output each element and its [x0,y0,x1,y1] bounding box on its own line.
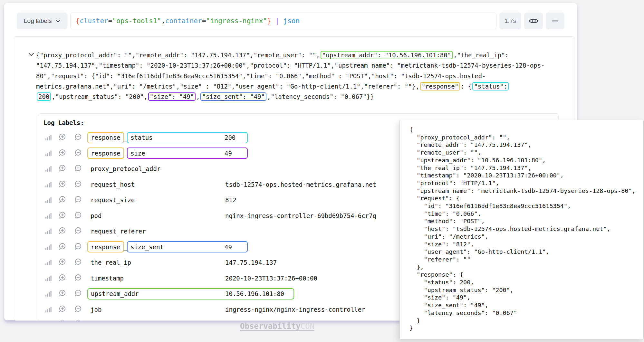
filter-for-value-icon[interactable] [58,289,67,298]
log-label-actions [38,258,91,267]
log-label-value: ingress-nginx/nginx-ingress-controller [225,306,365,313]
query-input[interactable]: {cluster="ops-tools1",container="ingress… [70,13,496,29]
filter-out-value-icon[interactable] [74,180,83,189]
highlight-box-orange: "response" [420,82,460,90]
highlight-box-blue: size_sent49 [127,241,248,252]
log-labels-dropdown[interactable]: Log labels [17,13,67,29]
log-label-actions [38,211,91,220]
log-label-value: 10.56.196.101:80 [225,290,284,297]
highlight-box-orange: response [87,241,124,252]
log-label-value: nginx-ingress-controller-69bd69b754-6cr7… [225,212,376,219]
json-overlay-panel: { "proxy_protocol_addr": "", "remote_add… [399,120,644,339]
highlight-box-green: "upstream_addr": "10.56.196.101:80" [321,51,453,59]
query-token: json [279,17,300,25]
filter-for-value-icon[interactable] [58,149,67,158]
stats-bar-chart-icon[interactable] [45,135,52,140]
query-row: Log labels {cluster="ops-tools1",contain… [17,13,564,29]
query-token [271,17,275,25]
log-label-actions [38,180,91,189]
stats-bar-chart-icon[interactable] [45,166,52,172]
log-label-actions [38,195,91,204]
filter-out-value-icon[interactable] [74,149,83,158]
watermark-part2: CON [301,322,314,331]
log-row-expand-chevron-icon[interactable] [28,52,34,58]
filter-out-value-icon[interactable] [74,319,83,321]
stats-bar-chart-icon[interactable] [45,150,52,156]
highlight-box-cyan: status200 [127,132,248,143]
filter-for-value-icon[interactable] [58,242,67,252]
stats-bar-chart-icon[interactable] [45,307,52,312]
remove-query-button[interactable] [546,13,564,29]
log-label-name: status [130,134,153,141]
log-label-actions [38,289,91,298]
chevron-down-icon [56,20,60,23]
filter-out-value-icon[interactable] [74,164,83,173]
log-line-text: {"proxy_protocol_addr": "","remote_addr"… [36,50,552,102]
highlight-box-purple: size49 [127,147,248,159]
log-label-actions [38,133,91,142]
log-label-value: 49 [225,150,232,157]
json-panel-text: { "proxy_protocol_addr": "", "remote_add… [409,126,636,332]
filter-for-value-icon[interactable] [58,133,67,142]
stats-bar-chart-icon[interactable] [45,260,52,265]
filter-for-value-icon[interactable] [58,319,67,321]
filter-out-value-icon[interactable] [74,133,83,142]
log-labels-dropdown-label: Log labels [24,17,52,24]
filter-for-value-icon[interactable] [58,274,67,283]
log-label-name: size [130,150,145,157]
highlight-box-blue: "size_sent": "49" [200,92,266,101]
eye-icon [529,17,539,25]
highlight-box-orange: response [87,147,124,159]
stats-bar-chart-icon[interactable] [45,275,52,281]
log-segment: ,"latency_seconds": "0.067"}} [267,93,374,100]
watermark-part1: Observability [240,322,301,331]
log-label-name: timestamp [91,275,124,282]
log-label-actions [38,149,91,158]
filter-out-value-icon[interactable] [74,242,83,252]
highlight-box-purple: "size": "49" [148,92,196,101]
query-token: = [202,17,206,25]
log-label-name: request_host [91,181,135,188]
highlight-box-green: upstream_addr10.56.196.101:80 [87,288,294,299]
stats-bar-chart-icon[interactable] [45,213,52,219]
query-duration-badge: 1.7s [499,13,521,29]
log-segment: {"proxy_protocol_addr": "","remote_addr"… [36,52,320,59]
filter-for-value-icon[interactable] [58,305,67,314]
log-segment: , [196,93,200,100]
log-label-name: proxy_protocol_addr [91,165,160,172]
log-label-actions [38,242,91,252]
filter-out-value-icon[interactable] [74,289,83,298]
query-token: = [108,17,112,25]
log-label-actions [38,164,91,173]
log-label-actions [38,305,91,314]
log-segment: : { [461,83,472,90]
filter-for-value-icon[interactable] [58,258,67,267]
stats-bar-chart-icon[interactable] [45,197,52,203]
log-label-name: size_sent [130,243,164,251]
stats-bar-chart-icon[interactable] [45,182,52,187]
log-label-name: the_real_ip [91,259,131,266]
filter-out-value-icon[interactable] [74,258,83,267]
filter-out-value-icon[interactable] [74,211,83,220]
log-label-actions [38,227,91,236]
filter-for-value-icon[interactable] [58,180,67,189]
filter-out-value-icon[interactable] [74,305,83,314]
filter-out-value-icon[interactable] [74,227,83,236]
filter-for-value-icon[interactable] [58,195,67,204]
filter-out-value-icon[interactable] [74,274,83,283]
log-label-value: tsdb-12574-ops.hosted-metrics.grafana.ne… [225,181,376,188]
page: Log labels {cluster="ops-tools1",contain… [0,0,644,342]
log-label-name: pod [91,212,101,219]
filter-out-value-icon[interactable] [74,195,83,204]
query-token: , [161,17,165,25]
log-label-value: 200 [225,134,235,141]
query-token: } [267,17,271,25]
stats-bar-chart-icon[interactable] [45,244,52,250]
filter-for-value-icon[interactable] [58,164,67,173]
stats-bar-chart-icon[interactable] [45,228,52,234]
filter-for-value-icon[interactable] [58,211,67,220]
log-labels-header: Log Labels: [43,119,84,126]
query-inspector-button[interactable] [524,13,543,29]
filter-for-value-icon[interactable] [58,227,67,236]
stats-bar-chart-icon[interactable] [45,291,52,297]
